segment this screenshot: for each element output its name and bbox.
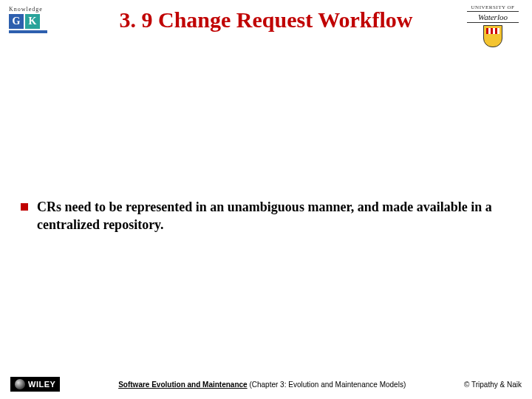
wiley-orb-icon (15, 379, 25, 389)
bullet-text: CRs need to be represented in an unambig… (37, 198, 517, 234)
bullet-item: CRs need to be represented in an unambig… (21, 198, 517, 234)
footer-center: Software Evolution and Maintenance (Chap… (60, 381, 464, 389)
slide: Knowledge G K UNIVERSITY OF Waterloo 3. … (0, 0, 532, 399)
footer-title: Software Evolution and Maintenance (118, 381, 247, 389)
slide-title: 3. 9 Change Request Workflow (0, 7, 532, 33)
footer-copyright: © Tripathy & Naik (464, 381, 522, 389)
footer-subtitle: (Chapter 3: Evolution and Maintenance Mo… (248, 381, 406, 389)
wiley-logo: WILEY (10, 377, 60, 392)
slide-footer: WILEY Software Evolution and Maintenance… (10, 377, 522, 392)
wiley-name: WILEY (28, 380, 55, 389)
slide-body: CRs need to be represented in an unambig… (21, 198, 517, 234)
bullet-icon (21, 203, 28, 211)
